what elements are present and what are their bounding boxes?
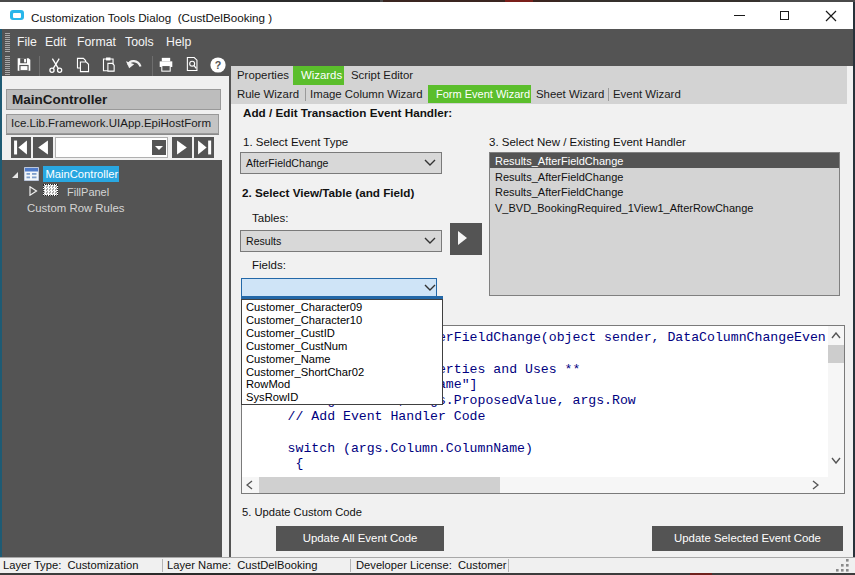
svg-text:?: ? bbox=[215, 59, 222, 71]
